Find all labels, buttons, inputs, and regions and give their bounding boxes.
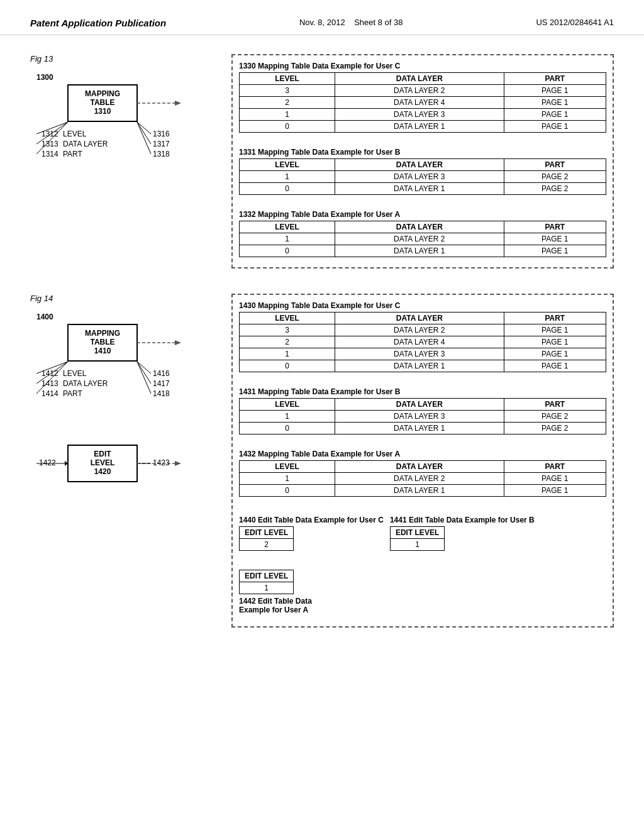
main-content: Fig 13 1300 MAPPING TABLE 1310 1312 1313… xyxy=(0,35,644,646)
svg-marker-49 xyxy=(175,461,181,466)
table-1431-title: 1431 Mapping Table Data Example for User… xyxy=(239,387,606,396)
table-cell: 0 xyxy=(240,183,335,195)
table-cell: DATA LAYER 2 xyxy=(335,233,504,245)
svg-text:1416: 1416 xyxy=(153,369,170,378)
table-cell: PAGE 1 xyxy=(504,360,606,372)
svg-text:1422: 1422 xyxy=(39,458,56,467)
table-cell: PAGE 2 xyxy=(504,411,606,423)
svg-text:1423: 1423 xyxy=(153,458,170,467)
table-1332-title: 1332 Mapping Table Data Example for User… xyxy=(239,210,606,219)
edit-tables-row: 1440 Edit Table Data Example for User C … xyxy=(239,516,606,555)
table-1332: 1332 Mapping Table Data Example for User… xyxy=(239,210,606,257)
table-1331: 1331 Mapping Table Data Example for User… xyxy=(239,148,606,195)
edit-1442-val: 1 xyxy=(240,582,294,594)
table-cell: 1 xyxy=(240,411,335,423)
svg-text:1420: 1420 xyxy=(94,467,111,476)
svg-text:LEVEL: LEVEL xyxy=(63,130,87,138)
table-cell: 1 xyxy=(240,348,335,360)
table-cell: PAGE 1 xyxy=(504,336,606,348)
table-cell: 1 xyxy=(240,473,335,485)
fig14-right-tables: 1430 Mapping Table Data Example for User… xyxy=(231,294,614,628)
table-1440-title: 1440 Edit Table Data Example for User C xyxy=(239,516,384,524)
table-cell: 1 xyxy=(240,171,335,183)
fig13-right-tables: 1330 Mapping Table Data Example for User… xyxy=(231,54,614,268)
table-cell: 2 xyxy=(240,336,335,348)
svg-text:1400: 1400 xyxy=(36,313,53,321)
table-cell: DATA LAYER 1 xyxy=(335,183,504,195)
svg-marker-6 xyxy=(175,101,181,106)
table-cell: DATA LAYER 4 xyxy=(335,97,504,109)
col-part: PART xyxy=(504,73,606,85)
svg-line-21 xyxy=(137,122,151,154)
svg-text:1413: 1413 xyxy=(42,379,58,388)
svg-text:DATA LAYER: DATA LAYER xyxy=(63,140,108,148)
header-left: Patent Application Publication xyxy=(30,18,166,28)
page-header: Patent Application Publication Nov. 8, 2… xyxy=(0,0,644,35)
table-1441: 1441 Edit Table Data Example for User B … xyxy=(390,516,535,551)
table-cell: PAGE 1 xyxy=(504,473,606,485)
fig13-left-diagram: Fig 13 1300 MAPPING TABLE 1310 1312 1313… xyxy=(30,54,213,193)
svg-text:TABLE: TABLE xyxy=(90,98,114,107)
svg-text:PART: PART xyxy=(63,150,83,158)
svg-text:MAPPING: MAPPING xyxy=(85,329,120,338)
svg-text:1318: 1318 xyxy=(153,150,170,158)
svg-text:LEVEL: LEVEL xyxy=(63,369,87,378)
table-cell: 0 xyxy=(240,121,335,133)
svg-text:1410: 1410 xyxy=(94,346,111,355)
table-cell: DATA LAYER 3 xyxy=(335,109,504,121)
header-right: US 2012/0284641 A1 xyxy=(536,18,614,27)
fig14-label: Fig 14 xyxy=(30,294,213,303)
table-1431: 1431 Mapping Table Data Example for User… xyxy=(239,387,606,434)
col-level: LEVEL xyxy=(240,73,335,85)
table-cell: DATA LAYER 2 xyxy=(335,473,504,485)
svg-text:1310: 1310 xyxy=(94,107,111,116)
table-cell: DATA LAYER 2 xyxy=(335,85,504,97)
table-cell: PAGE 1 xyxy=(504,121,606,133)
table-1330-data: LEVEL DATA LAYER PART 3DATA LAYER 2PAGE … xyxy=(239,72,606,133)
table-1441-title: 1441 Edit Table Data Example for User B xyxy=(390,516,535,524)
table-cell: 0 xyxy=(240,360,335,372)
svg-line-41 xyxy=(137,362,151,374)
table-cell: PAGE 1 xyxy=(504,109,606,121)
table-1442-title: 1442 Edit Table DataExample for User A xyxy=(239,597,606,614)
svg-text:EDIT: EDIT xyxy=(94,450,111,458)
svg-text:1314: 1314 xyxy=(42,150,58,158)
svg-text:TABLE: TABLE xyxy=(90,338,114,346)
table-1430: 1430 Mapping Table Data Example for User… xyxy=(239,301,606,372)
table-cell: PAGE 1 xyxy=(504,324,606,336)
table-cell: PAGE 1 xyxy=(504,245,606,257)
table-cell: PAGE 1 xyxy=(504,85,606,97)
table-cell: PAGE 2 xyxy=(504,423,606,434)
table-cell: DATA LAYER 4 xyxy=(335,336,504,348)
table-cell: 0 xyxy=(240,485,335,497)
table-cell: DATA LAYER 3 xyxy=(335,411,504,423)
header-center: Nov. 8, 2012 Sheet 8 of 38 xyxy=(299,18,403,27)
svg-line-43 xyxy=(137,362,151,394)
table-cell: PAGE 1 xyxy=(504,233,606,245)
svg-text:1300: 1300 xyxy=(36,73,53,82)
table-1331-data: LEVEL DATA LAYER PART 1DATA LAYER 3PAGE … xyxy=(239,158,606,195)
table-cell: 3 xyxy=(240,85,335,97)
table-cell: 0 xyxy=(240,245,335,257)
svg-text:1414: 1414 xyxy=(42,389,58,398)
svg-text:1316: 1316 xyxy=(153,130,170,138)
table-1442: EDIT LEVEL 1 1442 Edit Table DataExample… xyxy=(239,570,606,616)
table-cell: 0 xyxy=(240,423,335,434)
table-cell: 1 xyxy=(240,109,335,121)
table-cell: DATA LAYER 1 xyxy=(335,423,504,434)
table-cell: DATA LAYER 3 xyxy=(335,171,504,183)
table-1330: 1330 Mapping Table Data Example for User… xyxy=(239,62,606,133)
table-cell: DATA LAYER 3 xyxy=(335,348,504,360)
edit-1441-val: 1 xyxy=(390,539,444,551)
table-1330-title: 1330 Mapping Table Data Example for User… xyxy=(239,62,606,70)
svg-marker-28 xyxy=(175,340,181,345)
table-cell: DATA LAYER 1 xyxy=(335,360,504,372)
figure-14-section: Fig 14 1400 MAPPING TABLE 1410 1412 1413… xyxy=(30,294,614,628)
header-sheet: Sheet 8 of 38 xyxy=(354,18,402,27)
table-cell: DATA LAYER 1 xyxy=(335,485,504,497)
table-cell: 2 xyxy=(240,97,335,109)
svg-text:LEVEL: LEVEL xyxy=(91,458,115,467)
svg-line-42 xyxy=(137,362,151,384)
table-cell: PAGE 1 xyxy=(504,97,606,109)
table-1432: 1432 Mapping Table Data Example for User… xyxy=(239,450,606,497)
